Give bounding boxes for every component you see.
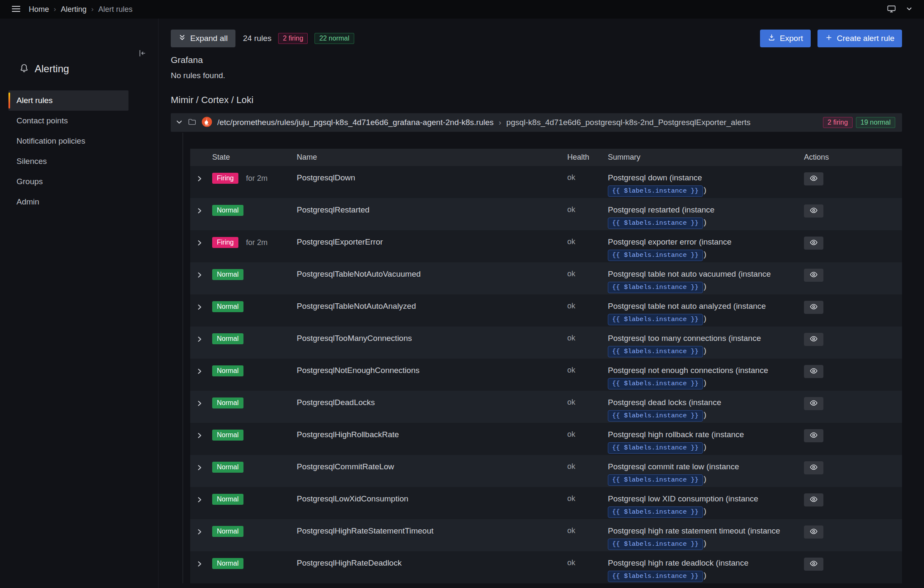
sidebar-item-silences[interactable]: Silences (8, 151, 128, 172)
template-chip: {{ $labels.instance }} (608, 506, 703, 518)
summary-suffix: ) (704, 250, 706, 259)
summary-text: Postgresql low XID consumption (instance (608, 494, 758, 503)
rule-name: PostgresqlHighRateStatementTimeout (297, 519, 567, 551)
expand-row-button[interactable] (195, 560, 204, 569)
table-header: State Name Health Summary Actions (190, 149, 902, 166)
eye-icon (809, 527, 818, 537)
breadcrumb-home[interactable]: Home (29, 5, 49, 14)
rule-health: ok (567, 166, 608, 198)
expand-row-button[interactable] (195, 239, 204, 248)
template-chip: {{ $labels.instance }} (608, 571, 703, 582)
chevron-right-icon (196, 175, 203, 183)
breadcrumb: Home › Alerting › Alert rules (29, 5, 132, 14)
expand-row-button[interactable] (195, 303, 204, 313)
page-title: Alerting (35, 63, 69, 75)
summary-text: Postgresql commit rate low (instance (608, 462, 739, 471)
expand-all-button[interactable]: Expand all (171, 30, 235, 47)
breadcrumb-separator: › (54, 5, 56, 14)
view-rule-button[interactable] (804, 397, 823, 410)
breadcrumb-alerting[interactable]: Alerting (61, 5, 87, 14)
create-alert-rule-button[interactable]: Create alert rule (817, 30, 902, 47)
rule-health: ok (567, 198, 608, 230)
toolbar: Expand all 24 rules 2 firing 22 normal E… (171, 30, 902, 47)
top-nav-right (887, 4, 913, 15)
expand-row-button[interactable] (195, 207, 204, 216)
expand-row-button[interactable] (195, 367, 204, 377)
sidebar-item-contact-points[interactable]: Contact points (8, 111, 128, 131)
view-rule-button[interactable] (804, 461, 823, 474)
state-badge: Normal (212, 462, 243, 473)
view-rule-button[interactable] (804, 269, 823, 282)
summary-text: Postgresql high rate statement timeout (… (608, 526, 780, 535)
rule-health: ok (567, 455, 608, 487)
rule-summary: Postgresql table not auto vacuumed (inst… (608, 262, 801, 294)
sidebar-item-admin[interactable]: Admin (8, 192, 128, 212)
rule-name: PostgresqlCommitRateLow (297, 455, 567, 487)
state-badge: Normal (212, 269, 243, 280)
summary-suffix: ) (704, 539, 706, 547)
view-rule-button[interactable] (804, 204, 823, 218)
table-row: Normal PostgresqlLowXidConsumption ok Po… (190, 487, 902, 519)
export-button[interactable]: Export (760, 30, 811, 47)
summary-text: Postgresql high rollback rate (instance (608, 430, 744, 439)
summary-text: Postgresql high rate deadlock (instance (608, 558, 749, 567)
summary-suffix: ) (704, 185, 706, 194)
sidebar-nav: Alert rules Contact points Notification … (0, 90, 158, 212)
monitor-button[interactable] (887, 4, 896, 15)
view-rule-button[interactable] (804, 365, 823, 378)
top-nav: Home › Alerting › Alert rules (0, 0, 924, 19)
state-badge: Normal (212, 558, 243, 569)
expand-all-label: Expand all (190, 34, 228, 43)
view-rule-button[interactable] (804, 237, 823, 250)
expand-row-button[interactable] (195, 174, 204, 184)
summary-suffix: ) (704, 474, 706, 483)
summary-text: Postgresql exporter error (instance (608, 237, 732, 246)
rule-summary: Postgresql exporter error (instance {{ $… (608, 230, 801, 262)
table-row: Normal PostgresqlHighRateDeadlock ok Pos… (190, 551, 902, 583)
eye-icon (809, 463, 818, 473)
expand-row-button[interactable] (195, 528, 204, 537)
rule-group-header: /etc/prometheus/rules/juju_pgsql-k8s_4d7… (171, 113, 902, 132)
hamburger-menu-button[interactable] (11, 4, 21, 15)
summary-text: Postgresql table not auto vacuumed (inst… (608, 270, 771, 278)
view-rule-button[interactable] (804, 333, 823, 346)
sidebar-item-notification-policies[interactable]: Notification policies (8, 131, 128, 151)
rule-name: PostgresqlDown (297, 166, 567, 198)
view-rule-button[interactable] (804, 301, 823, 314)
expand-row-button[interactable] (195, 335, 204, 345)
rule-name: PostgresqlDeadLocks (297, 391, 567, 423)
export-label: Export (780, 34, 803, 43)
expand-row-button[interactable] (195, 271, 204, 280)
rule-name: PostgresqlTableNotAutoVacuumed (297, 262, 567, 294)
view-rule-button[interactable] (804, 429, 823, 442)
expand-row-button[interactable] (195, 495, 204, 505)
sidebar-item-groups[interactable]: Groups (8, 172, 128, 192)
eye-icon (809, 559, 818, 569)
profile-menu-button[interactable] (905, 5, 913, 14)
rule-health: ok (567, 423, 608, 455)
sidebar-item-alert-rules[interactable]: Alert rules (8, 90, 128, 111)
state-badge: Normal (212, 397, 243, 408)
table-row: Normal PostgresqlNotEnoughConnections ok… (190, 359, 902, 391)
summary-text: Postgresql down (instance (608, 173, 702, 182)
expand-row-button[interactable] (195, 463, 204, 473)
view-rule-button[interactable] (804, 172, 823, 185)
summary-suffix: ) (704, 506, 706, 515)
eye-icon (809, 270, 818, 280)
state-badge: Normal (212, 205, 243, 216)
expand-row-button[interactable] (195, 431, 204, 441)
view-rule-button[interactable] (804, 525, 823, 539)
view-rule-button[interactable] (804, 558, 823, 571)
rules-table: State Name Health Summary Actions Firing… (190, 149, 902, 583)
chevron-right-icon (196, 336, 203, 344)
summary-suffix: ) (704, 282, 706, 291)
rule-file-link[interactable]: /etc/prometheus/rules/juju_pgsql-k8s_4d7… (217, 118, 494, 127)
table-row: Normal PostgresqlRestarted ok Postgresql… (190, 198, 902, 230)
expand-row-button[interactable] (195, 399, 204, 409)
bell-icon (19, 63, 29, 74)
collapse-group-button[interactable] (176, 119, 183, 127)
view-rule-button[interactable] (804, 493, 823, 506)
rule-name: PostgresqlTooManyConnections (297, 327, 567, 359)
plus-icon (825, 34, 833, 44)
collapse-sidebar-button[interactable] (138, 49, 146, 59)
